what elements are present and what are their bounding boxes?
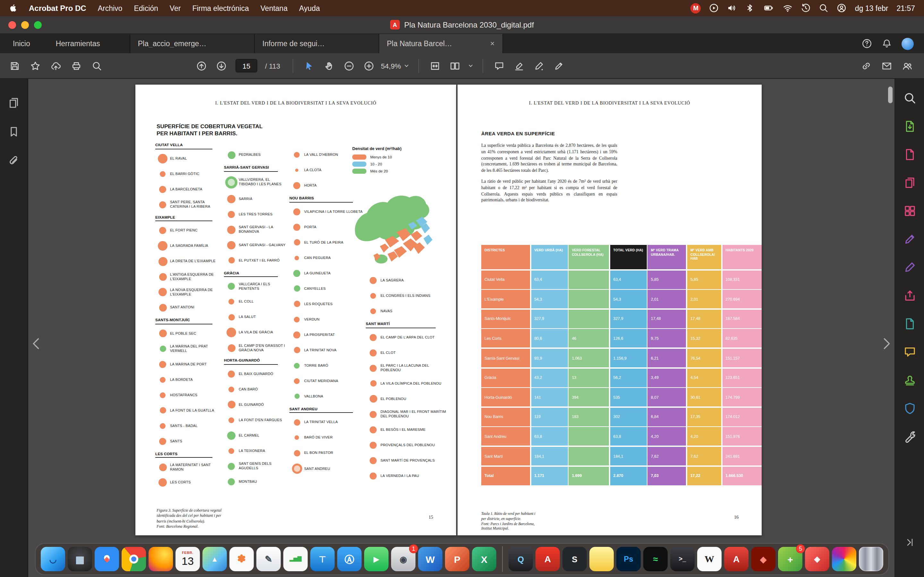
document-tab[interactable]: Pla Natura Barcel…× — [379, 34, 503, 53]
bookmarks-icon[interactable] — [8, 126, 20, 138]
tab-close-icon[interactable]: × — [490, 39, 495, 48]
dock-launchpad[interactable]: ▦ — [68, 547, 92, 571]
apple-menu-icon[interactable] — [9, 3, 17, 13]
dock-color-wheel[interactable] — [832, 547, 856, 571]
highlight-tool-button[interactable] — [511, 58, 527, 74]
page-display-button[interactable] — [447, 58, 463, 74]
send-mail-icon[interactable] — [879, 58, 895, 74]
volume-icon[interactable] — [727, 3, 737, 13]
dock-calendar[interactable]: FEBR.13 — [176, 547, 200, 571]
page-number-input[interactable]: 15 — [236, 59, 257, 73]
dock-photoshop[interactable]: Ps — [616, 547, 641, 571]
attachments-icon[interactable] — [8, 155, 20, 167]
dock-trash[interactable] — [859, 547, 883, 571]
scan-ocr-icon[interactable] — [903, 318, 916, 330]
next-page-button[interactable] — [213, 58, 229, 74]
stamp-tool-icon[interactable] — [903, 374, 916, 387]
collapse-right-panel-arrow[interactable] — [879, 334, 893, 353]
collapse-left-panel-arrow[interactable] — [29, 334, 44, 353]
chevron-down-icon[interactable] — [467, 62, 474, 69]
tab-home[interactable]: Inicio — [0, 34, 43, 53]
dock-photo-booth[interactable]: ◉1 — [391, 547, 415, 571]
menubar-item[interactable]: Ayuda — [299, 4, 320, 12]
battery-icon[interactable] — [763, 3, 775, 13]
dock-facetime[interactable]: ▶ — [364, 547, 389, 571]
organize-pages-icon[interactable] — [903, 205, 916, 218]
dock-adobe-dc[interactable]: ◆ — [751, 547, 775, 571]
comment-tool-button[interactable] — [491, 58, 507, 74]
dock-installer[interactable]: ◈ — [805, 547, 829, 571]
zoom-tools-icon[interactable] — [903, 92, 916, 105]
page-thumbnails-icon[interactable] — [8, 97, 20, 109]
protect-icon[interactable] — [903, 402, 916, 415]
sign-tool-button[interactable] — [531, 58, 548, 74]
menubar-item[interactable]: Edición — [134, 4, 158, 12]
dock-powerpoint[interactable]: P — [445, 547, 469, 571]
comment-tool-icon[interactable] — [903, 346, 916, 358]
dock-acrobat[interactable]: A — [535, 547, 560, 571]
playback-status-icon[interactable] — [709, 3, 719, 13]
gmail-status-icon[interactable]: M — [691, 3, 701, 13]
bluetooth-icon[interactable] — [745, 3, 755, 13]
fill-sign-icon[interactable] — [903, 261, 916, 274]
time-machine-icon[interactable] — [801, 3, 811, 13]
share-icon[interactable] — [47, 58, 63, 74]
zoom-in-button[interactable] — [361, 58, 377, 74]
dock-excel[interactable]: X — [472, 547, 496, 571]
scrollbar-thumb[interactable] — [888, 87, 893, 103]
save-icon[interactable] — [6, 58, 23, 74]
close-window-button[interactable] — [8, 21, 16, 29]
find-icon[interactable] — [89, 58, 105, 74]
dock-activity[interactable]: ≈ — [643, 547, 668, 571]
hand-tool-icon[interactable] — [321, 58, 337, 74]
edit-tool-button[interactable] — [551, 58, 567, 74]
notifications-icon[interactable] — [882, 39, 892, 49]
document-tab[interactable]: Pla_accio_emerge… — [129, 34, 254, 53]
link-icon[interactable] — [858, 58, 874, 74]
dock-stickies[interactable] — [590, 547, 614, 571]
dock-chrome[interactable] — [121, 547, 146, 571]
dock-terminal[interactable]: >_ — [670, 547, 695, 571]
dock-puzzle-app[interactable]: +5 — [778, 547, 803, 571]
dock-acrobat-reader[interactable]: A — [724, 547, 748, 571]
dock-maps[interactable]: ▲ — [202, 547, 227, 571]
dock-keynote[interactable]: ⊤ — [310, 547, 334, 571]
select-tool-icon[interactable] — [301, 58, 317, 74]
dock-safari[interactable]: ◈ — [95, 547, 119, 571]
create-pdf-icon[interactable] — [903, 148, 916, 161]
dock-firefox[interactable] — [149, 547, 173, 571]
export-share-icon[interactable] — [903, 289, 916, 302]
document-tab[interactable]: Informe de segui… — [254, 34, 379, 53]
star-icon[interactable] — [27, 58, 43, 74]
dock-photos[interactable]: ✽ — [229, 547, 254, 571]
export-pdf-icon[interactable] — [903, 120, 916, 133]
user-menu-icon[interactable] — [837, 3, 846, 13]
account-avatar[interactable] — [901, 37, 914, 50]
wifi-icon[interactable] — [783, 3, 793, 13]
app-menu-title[interactable]: Acrobat Pro DC — [29, 3, 86, 13]
edit-pdf-icon[interactable] — [903, 233, 916, 245]
collapse-tools-panel-icon[interactable] — [905, 537, 915, 548]
dock-preview[interactable]: ✎ — [256, 547, 281, 571]
minimize-window-button[interactable] — [21, 21, 29, 29]
print-icon[interactable] — [68, 58, 84, 74]
zoom-out-button[interactable] — [341, 58, 357, 74]
dock-numbers[interactable]: ▂▅▇ — [283, 547, 308, 571]
dock-wikipedia[interactable]: W — [697, 547, 722, 571]
menubar-item[interactable]: Ver — [170, 4, 181, 12]
dock-app-store[interactable]: Ⓐ — [337, 547, 362, 571]
combine-files-icon[interactable] — [903, 176, 916, 189]
document-viewport[interactable]: I. L'ESTAT DEL VERD I DE LA BIODIVERSITA… — [28, 79, 895, 577]
fit-width-button[interactable] — [427, 58, 443, 74]
tab-tools[interactable]: Herramientas — [43, 34, 113, 53]
help-icon[interactable] — [862, 39, 872, 49]
menubar-item[interactable]: Archivo — [98, 4, 123, 12]
menubar-item[interactable]: Firma electrónica — [192, 4, 249, 12]
menubar-item[interactable]: Ventana — [260, 4, 288, 12]
dock-search-app[interactable]: Q — [509, 547, 533, 571]
menubar-date[interactable]: dg 13 febr — [855, 4, 888, 12]
previous-page-button[interactable] — [193, 58, 209, 74]
dock-finder[interactable]: ◡ — [41, 547, 65, 571]
dock-word[interactable]: W — [418, 547, 443, 571]
more-tools-icon[interactable] — [903, 430, 916, 443]
